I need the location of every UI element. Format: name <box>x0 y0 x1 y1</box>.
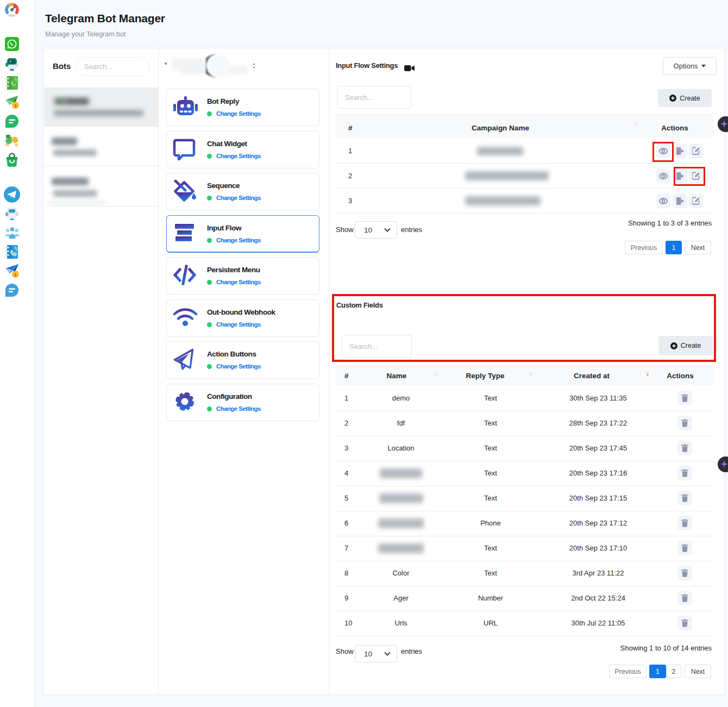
svg-text:1: 1 <box>14 103 17 109</box>
svg-text:1: 1 <box>14 272 17 278</box>
